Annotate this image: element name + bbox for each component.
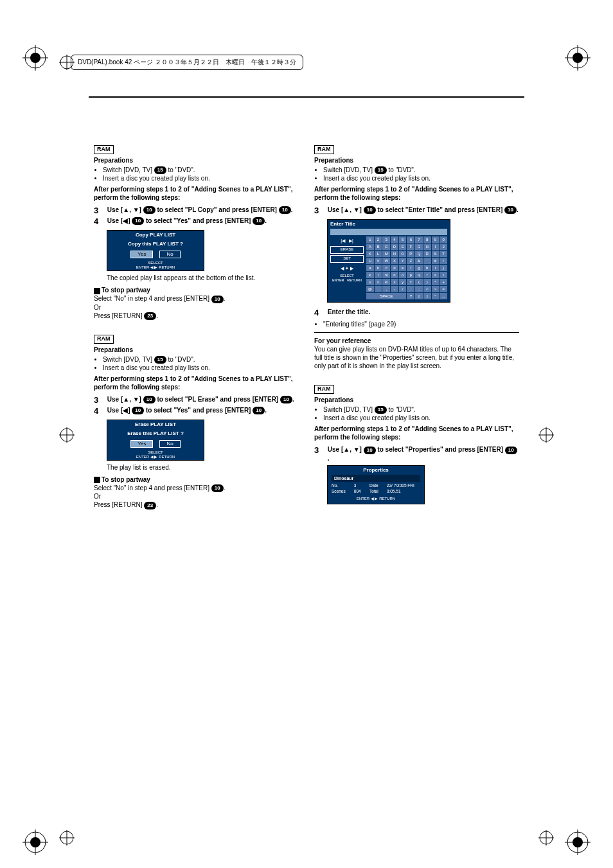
char-key[interactable]: k xyxy=(366,272,374,278)
enter-title-dialog: Enter Title |◀ ▶| ERASE SET ◀ ✦ ▶ SELECT… xyxy=(327,219,450,303)
char-key[interactable]: s xyxy=(432,272,440,278)
char-key[interactable]: ( xyxy=(415,279,423,285)
char-key[interactable]: 6 xyxy=(407,236,414,243)
char-key[interactable]: L xyxy=(375,251,382,257)
char-key[interactable]: D xyxy=(391,244,398,250)
char-key[interactable]: a xyxy=(366,265,374,271)
char-key[interactable]: U xyxy=(366,258,374,264)
char-key[interactable]: H xyxy=(423,244,431,250)
char-key[interactable]: @ xyxy=(366,286,374,292)
set-button[interactable]: SET xyxy=(330,255,364,263)
char-key[interactable]: v xyxy=(375,279,382,285)
dialog-title: Properties xyxy=(328,466,424,475)
char-key[interactable]: h xyxy=(423,265,431,271)
char-key[interactable]: 4 xyxy=(391,236,398,243)
char-key[interactable]: Z xyxy=(407,258,414,264)
char-key[interactable]: T xyxy=(440,251,447,257)
title-input[interactable] xyxy=(330,229,447,235)
badge-10-icon: 10 xyxy=(211,484,224,492)
char-key[interactable]: ; xyxy=(415,286,423,292)
char-key[interactable]: W xyxy=(382,258,390,264)
char-key[interactable]: C xyxy=(382,244,390,250)
char-key[interactable]: 7 xyxy=(415,236,423,243)
char-key[interactable]: ? xyxy=(407,293,414,299)
char-key[interactable]: I xyxy=(432,244,440,250)
char-key[interactable]: < xyxy=(423,286,431,292)
char-key[interactable]: z xyxy=(407,279,414,285)
char-key[interactable]: p xyxy=(407,272,414,278)
or-line: Or xyxy=(94,492,299,500)
char-key[interactable]: ! xyxy=(440,258,447,264)
char-key[interactable]: > xyxy=(432,286,440,292)
char-key[interactable]: G xyxy=(415,244,423,250)
char-key[interactable]: ' xyxy=(423,258,431,264)
char-key[interactable]: 9 xyxy=(432,236,440,243)
char-key[interactable]: e xyxy=(399,265,407,271)
char-key[interactable]: c xyxy=(382,265,390,271)
char-key[interactable]: = xyxy=(440,286,447,292)
char-key[interactable]: q xyxy=(415,272,423,278)
dialog-navhint: SELECT ENTER ◀ ▶ RETURN xyxy=(107,449,204,460)
char-key[interactable]: : xyxy=(407,286,414,292)
char-key[interactable]: F xyxy=(407,244,414,250)
yes-button[interactable]: Yes xyxy=(130,440,153,448)
char-key[interactable]: & xyxy=(415,258,423,264)
char-key[interactable]: d xyxy=(391,265,398,271)
no-button[interactable]: No xyxy=(159,251,180,258)
char-key[interactable]: - xyxy=(391,286,398,292)
char-key[interactable]: ^ xyxy=(432,293,440,299)
char-key[interactable]: ] xyxy=(423,293,431,299)
char-key[interactable]: r xyxy=(423,272,431,278)
char-key[interactable]: w xyxy=(382,279,390,285)
char-key[interactable]: + xyxy=(440,279,447,285)
char-key[interactable]: A xyxy=(366,244,374,250)
char-key[interactable]: / xyxy=(399,286,407,292)
char-key[interactable]: i xyxy=(432,265,440,271)
char-key[interactable]: 8 xyxy=(423,236,431,243)
char-key[interactable]: b xyxy=(375,265,382,271)
char-key[interactable]: _ xyxy=(440,293,447,299)
space-key[interactable]: SPACE xyxy=(366,293,406,299)
char-key[interactable]: Y xyxy=(399,258,407,264)
char-key[interactable]: M xyxy=(382,251,390,257)
char-key[interactable]: l xyxy=(375,272,382,278)
char-key[interactable]: 1 xyxy=(366,236,374,243)
char-key[interactable]: 5 xyxy=(399,236,407,243)
char-key[interactable]: . xyxy=(375,286,382,292)
char-key[interactable]: n xyxy=(391,272,398,278)
char-key[interactable]: B xyxy=(375,244,382,250)
no-button[interactable]: No xyxy=(159,440,180,448)
char-key[interactable]: x xyxy=(391,279,398,285)
char-key[interactable]: y xyxy=(399,279,407,285)
char-key[interactable]: V xyxy=(375,258,382,264)
char-key[interactable]: X xyxy=(391,258,398,264)
char-key[interactable]: E xyxy=(399,244,407,250)
char-key[interactable]: N xyxy=(391,251,398,257)
char-key[interactable]: o xyxy=(399,272,407,278)
char-key[interactable]: j xyxy=(440,265,447,271)
char-key[interactable]: , xyxy=(382,286,390,292)
char-key[interactable]: K xyxy=(366,251,374,257)
erase-button[interactable]: ERASE xyxy=(330,246,364,254)
char-key[interactable]: 3 xyxy=(382,236,390,243)
char-key[interactable]: 2 xyxy=(375,236,382,243)
char-key[interactable]: f xyxy=(407,265,414,271)
char-key[interactable]: g xyxy=(415,265,423,271)
yes-button[interactable]: Yes xyxy=(130,251,153,258)
char-key[interactable]: 0 xyxy=(440,236,447,243)
char-key[interactable]: J xyxy=(440,244,447,250)
char-key[interactable]: R xyxy=(423,251,431,257)
char-key[interactable]: # xyxy=(432,258,440,264)
char-key[interactable]: Q xyxy=(415,251,423,257)
char-key[interactable]: m xyxy=(382,272,390,278)
char-key[interactable]: * xyxy=(432,279,440,285)
char-key[interactable]: u xyxy=(366,279,374,285)
char-key[interactable]: P xyxy=(407,251,414,257)
character-grid[interactable]: 1234567890ABCDEFGHIJKLMNOPQRSTUVWXYZ&'#!… xyxy=(366,236,447,299)
char-key[interactable]: t xyxy=(440,272,447,278)
char-key[interactable]: S xyxy=(432,251,440,257)
char-key[interactable]: O xyxy=(399,251,407,257)
char-key[interactable]: [ xyxy=(415,293,423,299)
char-key[interactable]: ) xyxy=(423,279,431,285)
prev-next-icon[interactable]: |◀ ▶| xyxy=(330,236,364,245)
